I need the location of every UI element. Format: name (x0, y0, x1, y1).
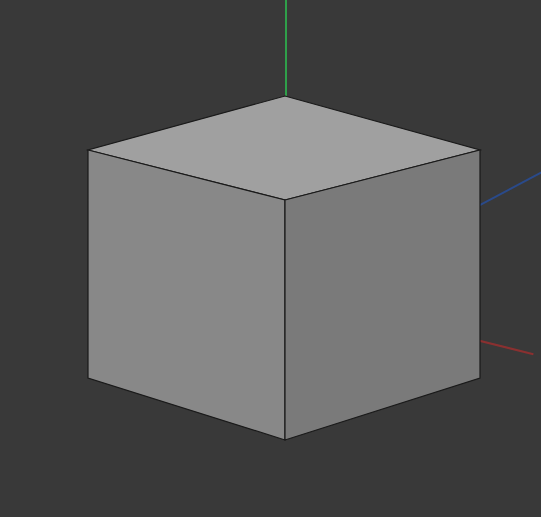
cube-left-face (88, 150, 285, 440)
viewport-3d[interactable] (0, 0, 541, 517)
mesh-cube[interactable] (0, 0, 541, 517)
cube-right-face (285, 150, 480, 440)
